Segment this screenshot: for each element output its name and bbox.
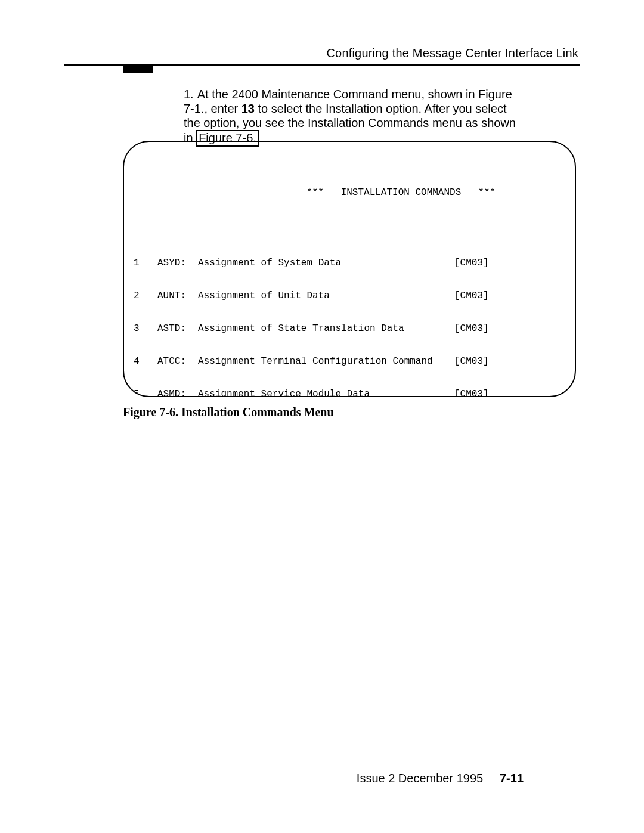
footer-page-number: 7-11 bbox=[500, 772, 524, 785]
menu-item-desc: Assignment of System Data bbox=[198, 258, 454, 269]
terminal-menu-row: 3 ASTD: Assignment of State Translation … bbox=[134, 323, 565, 335]
menu-item-code: ATCC: bbox=[157, 356, 198, 367]
menu-item-code: AUNT: bbox=[157, 290, 198, 302]
terminal-menu-row: 4 ATCC: Assignment Terminal Configuratio… bbox=[134, 356, 565, 367]
menu-item-number: 3 bbox=[134, 323, 157, 335]
menu-item-desc: Assignment of State Translation Data bbox=[198, 323, 454, 335]
terminal-menu-row: 1 ASYD: Assignment of System Data [CM03] bbox=[134, 258, 565, 269]
menu-item-tag: [CM03] bbox=[454, 258, 502, 269]
footer-issue: Issue 2 December 1995 bbox=[357, 772, 483, 785]
page-footer: Issue 2 December 1995 7-11 bbox=[357, 772, 524, 785]
header-accent-bar bbox=[123, 66, 153, 73]
terminal-menu-row: 5 ASMD: Assignment Service Module Data [… bbox=[134, 389, 565, 397]
terminal-title-stars-right: *** bbox=[478, 187, 496, 198]
menu-item-desc: Assignment Terminal Configuration Comman… bbox=[198, 356, 454, 367]
menu-item-desc: Assignment of Unit Data bbox=[198, 290, 454, 302]
figure-caption: Figure 7-6. Installation Commands Menu bbox=[123, 405, 334, 419]
menu-item-number: 4 bbox=[134, 356, 157, 367]
menu-item-code: ASTD: bbox=[157, 323, 198, 335]
terminal-title-stars-left: *** bbox=[306, 187, 324, 198]
menu-item-tag: [CM03] bbox=[454, 389, 502, 397]
menu-item-number: 2 bbox=[134, 290, 157, 302]
menu-item-code: ASMD: bbox=[157, 389, 198, 397]
menu-item-tag: [CM03] bbox=[454, 356, 502, 367]
menu-item-tag: [CM03] bbox=[454, 323, 502, 335]
menu-item-tag: [CM03] bbox=[454, 290, 502, 302]
terminal-content: *** INSTALLATION COMMANDS *** 1 ASYD: As… bbox=[134, 154, 565, 397]
instruction-step: 1.At the 2400 Maintenance Command menu, … bbox=[184, 87, 518, 147]
menu-item-desc: Assignment Service Module Data bbox=[198, 389, 454, 397]
menu-item-number: 1 bbox=[134, 258, 157, 269]
step-number: 1. bbox=[184, 88, 194, 101]
menu-item-number: 5 bbox=[134, 389, 157, 397]
step-input-value: 13 bbox=[242, 102, 255, 115]
page-running-head: Configuring the Message Center Interface… bbox=[326, 47, 578, 60]
page: Configuring the Message Center Interface… bbox=[0, 0, 644, 833]
menu-item-code: ASYD: bbox=[157, 258, 198, 269]
terminal-title-row: *** INSTALLATION COMMANDS *** bbox=[134, 187, 565, 198]
terminal-screen: *** INSTALLATION COMMANDS *** 1 ASYD: As… bbox=[123, 141, 576, 397]
terminal-menu-row: 2 AUNT: Assignment of Unit Data [CM03] bbox=[134, 290, 565, 302]
terminal-title: INSTALLATION COMMANDS bbox=[341, 187, 462, 198]
